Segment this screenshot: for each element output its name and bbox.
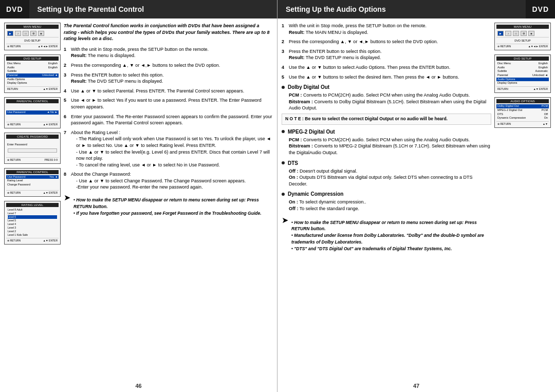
mpeg-title: MPEG-2 Digital Out xyxy=(288,128,335,136)
screen-parental-1: PARENTAL CONTROL Use Password◄ No ► ⊕ RE… xyxy=(4,97,61,128)
menu-subtitle: Subtitle xyxy=(6,69,59,73)
dolby-note: N O T E : Be sure to select the correct … xyxy=(282,114,491,125)
r-menu-audio: AudioEnglish xyxy=(496,66,549,70)
dash-8-2: -Enter your new password. Re-enter the n… xyxy=(76,184,273,191)
result-label-1: Result: xyxy=(71,53,87,58)
main-menu-icons: ▶ ♪ □ ⚙ ◈ xyxy=(6,30,59,38)
ao-return-label: ⊕ RETURN xyxy=(497,122,511,125)
parental-password-row: Use Password◄ No ► xyxy=(6,110,59,115)
level-list: Level 8 Adult Level 7 Level 6 Level 5 Le… xyxy=(6,208,59,237)
screen-parental-2: PARENTAL CONTROL Use PasswordYes ◄ Ratin… xyxy=(4,168,61,197)
r-menu-parental: ParentalUnlocked ◄ xyxy=(496,73,549,78)
nav-label-5: ▲▼ ENTER xyxy=(43,191,58,194)
dvd-badge-left: DVD xyxy=(0,0,29,18)
dts-section-header: DTS xyxy=(282,159,491,167)
r-icon-setup: ⚙ xyxy=(521,31,527,36)
dvd-setup-nav: RETURN ▲▼ ENTER xyxy=(6,86,59,91)
parental-nav-1: ⊕ RETURN ▲▼ ENTER xyxy=(6,122,59,126)
dyncomp-on: On : To select dynamic compression.. xyxy=(289,199,491,206)
r-step-3: 3 Press the ENTER button to select this … xyxy=(282,48,491,61)
return-label-6: ⊕ RETURN xyxy=(7,239,21,242)
main-menu-nav: ⊕ RETURN ▲▼◄► ENTER xyxy=(6,44,59,48)
bullet-dts xyxy=(282,161,285,164)
dts-on: On : Outputs DTS Bitstream via digital o… xyxy=(289,174,491,187)
pwd-input-field xyxy=(8,148,57,153)
r-result-label-3: Result: xyxy=(289,55,305,60)
parental-title-2: PARENTAL CONTROL xyxy=(6,170,59,174)
r-tip-2: • Manufactured under license from Dolby … xyxy=(291,232,491,246)
left-instructions: The Parental Control function works in c… xyxy=(64,23,273,388)
step-content-1: With the unit in Stop mode, press the SE… xyxy=(71,46,273,59)
screen-main-menu-right: MAIN MENU ▶ ♪ □ ⚙ ◈ DVD SETUP ⊕ RETURN ▲… xyxy=(494,23,551,50)
page-left: GB DVD Setting Up the Parental Control M… xyxy=(0,0,278,392)
page-number-left: 46 xyxy=(135,383,141,389)
dyncomp-content: On : To select dynamic compression.. Off… xyxy=(289,199,491,212)
r-step-num-5: 5 xyxy=(282,74,287,81)
step-7-dashes: - The Rating Level will only work when U… xyxy=(76,136,273,168)
left-header: GB DVD Setting Up the Parental Control xyxy=(0,0,277,18)
dolby-title: Dolby Digital Out xyxy=(288,83,329,91)
press-label: PRESS 0-9 xyxy=(44,158,58,161)
tips-text-right: • How to make the SETUP MENU disappear o… xyxy=(291,219,491,252)
step-content-5: Use ◄ or ► to select Yes if you want to … xyxy=(71,97,273,110)
dvd-setup-label: DVD SETUP xyxy=(6,39,59,43)
ao-nav-label: ▲▼ xyxy=(543,122,548,125)
level-4: Level 4 xyxy=(8,222,57,226)
icon-extra: ◈ xyxy=(38,31,44,36)
screen-audio-options: AUDIO OPTIONS Dolby Digital OutPCM MPEG-… xyxy=(494,97,551,128)
r-step-content-3: Press the ENTER button to select this op… xyxy=(289,48,491,61)
nav-label-2: ▲▼ ENTER xyxy=(43,87,58,90)
enter-pwd-label: Enter Password xyxy=(6,143,59,147)
tip-2: • If you have forgotten your password, s… xyxy=(73,210,273,217)
right-instructions: 1 With the unit in Stop mode, press the … xyxy=(282,23,491,388)
nav-label: ▲▼◄► ENTER xyxy=(38,45,58,48)
menu-display-opts: Display Options xyxy=(6,81,59,85)
ao-dyncomp: Dynamic CompressionOn xyxy=(496,116,549,120)
menu-parental: ParentalUnlocked ◄ xyxy=(6,73,59,78)
r-step-num-3: 3 xyxy=(282,48,287,61)
bullet-mpeg xyxy=(282,130,285,133)
r-return-label-2: RETURN xyxy=(497,87,508,90)
tips-text-left: • How to make the SETUP MENU disappear o… xyxy=(73,197,273,216)
parental-title-1: PARENTAL CONTROL xyxy=(6,99,59,103)
step-content-3: Press the ENTER button to select this op… xyxy=(71,72,273,85)
r-main-menu-icons: ▶ ♪ □ ⚙ ◈ xyxy=(496,30,549,38)
r-nav-label: ▲▼◄► ENTER xyxy=(528,45,548,48)
tips-section-left: ➤ • How to make the SETUP MENU disappear… xyxy=(64,194,273,216)
dolby-section-header: Dolby Digital Out xyxy=(282,83,491,91)
level-7: Level 7 xyxy=(8,212,57,215)
right-content: 1 With the unit in Stop mode, press the … xyxy=(278,18,555,392)
right-screenshots: MAIN MENU ▶ ♪ □ ⚙ ◈ DVD SETUP ⊕ RETURN ▲… xyxy=(494,23,551,388)
screen-main-menu: MAIN MENU ▶ ♪ □ ⚙ ◈ DVD SETUP ⊕ RETURN ▲… xyxy=(4,23,61,50)
screen-dvd-setup-title: DVD SETUP xyxy=(6,57,59,61)
dts-title: DTS xyxy=(288,159,298,167)
rating-nav: ⊕ RETURN ▲▼ ENTER xyxy=(6,238,59,242)
left-screenshots: MAIN MENU ▶ ♪ □ ⚙ ◈ DVD SETUP ⊕ RETURN ▲… xyxy=(4,23,61,388)
r-step-content-4: Use the ▲ or ▼ button to select Audio Op… xyxy=(289,64,491,71)
r-menu-subtitle: SubtitleAutomatic xyxy=(496,69,549,73)
icon-dvd: ▶ xyxy=(7,31,13,36)
step-content-7: About the Rating Level : - The Rating Le… xyxy=(71,129,273,169)
r-step-4: 4 Use the ▲ or ▼ button to select Audio … xyxy=(282,64,491,71)
change-pwd-row: Change Password xyxy=(6,183,59,187)
mpeg-bitstream: Bitstream : Converts to MPEG-2 Digital B… xyxy=(289,143,491,156)
r-step-num-1: 1 xyxy=(282,23,287,35)
step-num-1: 1 xyxy=(64,46,69,59)
page-number-right: 47 xyxy=(413,383,419,389)
dolby-bitstream: Bitstream : Converts to Dolby Digital Bi… xyxy=(289,99,491,111)
r-step-content-5: Use the ▲ or ▼ buttons to select the des… xyxy=(289,74,491,81)
tips-section-right: ➤ • How to make the SETUP MENU disappear… xyxy=(282,216,491,252)
step-content-4: Use ▲ or ▼ to select Parental. Press ENT… xyxy=(71,88,273,95)
step-1: 1 With the unit in Stop mode, press the … xyxy=(64,46,273,59)
dyncomp-off: Off : To select the standard range. xyxy=(289,206,491,212)
step-num-2: 2 xyxy=(64,62,69,69)
r-icon-dvd: ▶ xyxy=(497,31,504,36)
step-8-dashes: - Use ▲ or ▼ to select Change Password. … xyxy=(76,178,273,191)
nav-label-3: ▲▼ ENTER xyxy=(43,123,58,126)
dash-8-1: - Use ▲ or ▼ to select Change Password. … xyxy=(76,178,273,184)
r-menu-display-opts: Display Options xyxy=(496,81,549,85)
dash-7-1: - The Rating Level will only work when U… xyxy=(76,136,273,148)
audio-options-nav: ⊕ RETURN ▲▼ xyxy=(496,121,549,126)
r-main-menu-title: MAIN MENU xyxy=(496,25,549,29)
step-num-5: 5 xyxy=(64,97,69,110)
